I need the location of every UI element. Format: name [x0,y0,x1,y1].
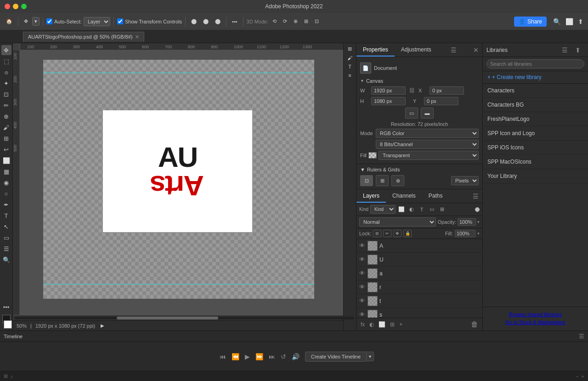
create-video-timeline-btn[interactable]: Create Video Timeline [305,352,367,362]
portrait-btn[interactable]: ▭ [405,108,418,119]
crop-tool[interactable]: ⊡ [1,89,11,99]
library-item-freshplanet[interactable]: FreshPlanetLogo [483,112,588,126]
libraries-menu-btn[interactable]: ☰ [558,46,571,54]
hand-tool[interactable]: ☰ [1,244,11,254]
filter-pixel-btn[interactable]: ⬜ [397,206,406,213]
x-input[interactable] [430,86,464,95]
eraser-tool[interactable]: ⬜ [1,155,11,165]
blur-tool[interactable]: ◉ [1,177,11,188]
bits-select[interactable]: 8 Bits/Channel [376,140,479,149]
workspace-button[interactable]: ⬜ [565,17,574,26]
lasso-tool[interactable]: ⌾ [1,67,11,77]
library-item-spp-icon[interactable]: SPP Icon and Logo [483,126,588,141]
mask-button[interactable]: ⬜ [377,320,387,329]
canvas-section-header[interactable]: ▼ Canvas [360,78,479,84]
tab-paths[interactable]: Paths [422,189,449,203]
library-item-your-library[interactable]: Your Library [483,169,588,183]
create-library-button[interactable]: + + Create new library [487,74,542,80]
more-btn[interactable]: ••• [230,17,240,26]
minimize-button[interactable] [13,4,18,9]
tl-play-btn[interactable]: ▶ [243,352,252,361]
opacity-input[interactable] [458,218,476,226]
tl-skip-start-btn[interactable]: ⏮ [218,352,228,361]
libraries-expand-btn[interactable]: ⬆ [571,46,584,54]
filter-smart-btn[interactable]: ⊞ [438,206,446,213]
layer-visibility-icon[interactable]: 👁 [358,270,366,277]
3d-btn-4[interactable]: ⊞ [302,17,311,26]
canvas-viewport[interactable]: AU Arts [20,51,356,315]
properties-menu-btn[interactable]: ☰ [447,46,460,54]
y-input[interactable] [424,97,458,105]
grid-btn[interactable]: ⊞ [376,175,389,186]
width-input[interactable] [371,86,406,95]
fill-select[interactable]: Transparent [379,151,479,160]
tl-prev-frame-btn[interactable]: ⏪ [230,352,241,361]
brush-tool[interactable]: 🖌 [1,122,11,132]
zoom-tool[interactable]: 🔍 [1,255,11,265]
healing-tool[interactable]: ⊕ [1,111,11,121]
layer-visibility-icon[interactable]: 👁 [358,284,366,290]
delete-layer-button[interactable]: 🗑 [469,320,480,329]
tab-adjustments[interactable]: Adjustments [395,43,438,57]
lock-pixels-btn[interactable]: ⊞ [373,230,381,237]
scrollbar-thumb[interactable] [117,317,219,319]
brush-settings-toggle[interactable]: 🖌 [346,54,353,62]
shape-tool[interactable]: ▭ [1,233,11,243]
browse-shared-link[interactable]: Browse shared libraries [509,312,562,317]
blend-mode-select[interactable]: Normal [359,217,436,227]
dodge-tool[interactable]: ○ [1,188,11,199]
align-toggle[interactable]: ≡ [347,72,352,79]
fullscreen-button[interactable] [21,4,27,9]
properties-collapse-btn[interactable]: ✕ [469,46,482,54]
text-tool[interactable]: T [1,210,11,221]
layer-visibility-icon[interactable]: 👁 [358,242,366,249]
height-input[interactable] [371,97,406,105]
tl-footer-zoom-out[interactable]: − [576,374,578,379]
properties-panel-toggle[interactable]: ⊞ [347,45,353,53]
magic-wand-tool[interactable]: ✦ [1,78,11,88]
filter-adjust-btn[interactable]: ◐ [407,206,416,213]
lock-move-btn[interactable]: ✥ [393,230,401,237]
group-button[interactable]: ⊞ [389,320,396,329]
layer-row[interactable]: 👁 t [356,294,482,308]
align-left-btn[interactable]: ⬤ [189,17,199,26]
tl-skip-end-btn[interactable]: ⏭ [267,352,277,361]
move-tool[interactable]: ✥ [1,45,11,55]
tl-audio-btn[interactable]: 🔊 [290,352,301,361]
tl-loop-btn[interactable]: ↺ [279,352,288,361]
tab-channels[interactable]: Channels [386,189,422,203]
filter-shape-btn[interactable]: ▭ [428,206,436,213]
library-item-spp-ios[interactable]: SPP iOS Icons [483,141,588,155]
create-timeline-dropdown-btn[interactable]: ▾ [367,352,374,361]
3d-btn-1[interactable]: ⟲ [270,17,279,26]
align-center-btn[interactable]: ⬤ [201,17,211,26]
tab-layers[interactable]: Layers [356,189,386,203]
pen-tool[interactable]: ✒ [1,199,11,210]
adjustment-button[interactable]: ◐ [368,320,375,329]
show-transform-checkbox[interactable] [117,18,123,24]
layer-row[interactable]: 👁 r [356,280,482,294]
layer-row[interactable]: 👁 U [356,253,482,267]
move-tool-btn[interactable]: ✥ [22,17,30,26]
auto-select-type[interactable]: Layer [84,17,110,26]
landscape-btn[interactable]: ▬ [421,108,434,119]
auto-select-checkbox[interactable] [46,18,52,24]
units-select[interactable]: Pixels [451,176,479,185]
tl-next-frame-btn[interactable]: ⏩ [254,352,265,361]
go-to-stock-link[interactable]: Go to Stock & Marketplace [505,319,565,325]
selection-tool[interactable]: ⬚ [1,56,11,66]
layer-row[interactable]: 👁 a [356,267,482,280]
home-button[interactable]: 🏠 [4,17,15,26]
library-item-spp-macos[interactable]: SPP MacOSIcons [483,155,588,169]
background-color[interactable] [4,320,12,329]
layers-menu-btn[interactable]: ☰ [469,193,482,200]
stamp-tool[interactable]: ⊞ [1,133,11,143]
layer-row[interactable]: 👁 A [356,239,482,253]
3d-btn-2[interactable]: ⟳ [281,17,289,26]
ruler-btn[interactable]: ⊡ [360,175,373,186]
tab-properties[interactable]: Properties [356,43,395,57]
mode-select[interactable]: RGB Color [376,129,479,138]
close-tab-icon[interactable]: ✕ [135,34,139,40]
extra-tools[interactable]: ••• [1,302,11,312]
kind-select[interactable]: Kind [370,205,396,214]
